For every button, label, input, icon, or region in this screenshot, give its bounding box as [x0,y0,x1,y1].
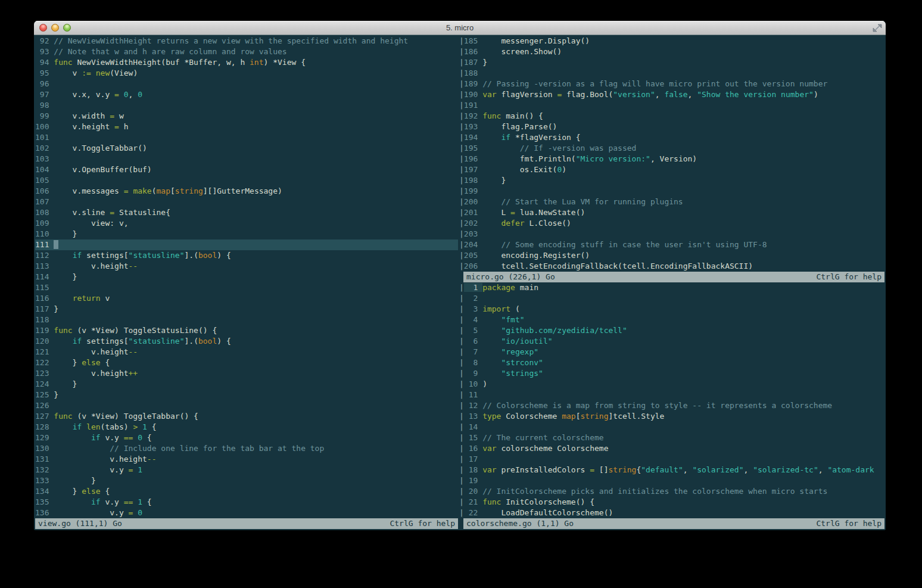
code-line[interactable]: |195 // If -version was passed [459,143,884,154]
code-line[interactable]: 135 if v.y == 1 { [35,497,458,508]
title-bar[interactable]: 5. micro [34,21,886,35]
code-line[interactable]: 93 // Note that w and h are raw column a… [35,46,458,57]
code-line[interactable]: |205 encoding.Register() [459,250,884,261]
code-line[interactable]: | 15 // The current colorscheme [459,433,884,443]
code-line[interactable]: 126 [35,400,458,411]
code-line[interactable]: |198 } [459,175,884,186]
code-line[interactable]: 110 } [35,229,458,239]
code-line[interactable]: 120 if settings["statusline"].(bool) { [35,336,458,347]
code-line[interactable]: 122 } else { [35,357,458,368]
code-line[interactable]: |204 // Some encoding stuff in case the … [459,239,884,250]
code-line[interactable]: 125 } [35,390,458,400]
line-number: 134 [35,487,54,496]
code-line[interactable]: 111 [35,239,458,250]
code-line[interactable]: |196 fmt.Println("Micro version:", Versi… [459,154,884,164]
code-line[interactable]: 132 v.y = 1 [35,465,458,475]
code-line[interactable]: | 14 [459,422,884,433]
code-line[interactable]: |192 func main() { [459,111,884,122]
code-line[interactable]: | 7 "regexp" [459,347,884,357]
code-line[interactable]: 119 func (v *View) ToggleStatusLine() { [35,325,458,336]
code-line[interactable]: 99 v.width = w [35,111,458,122]
code-line[interactable]: 127 func (v *View) ToggleTabbar() { [35,411,458,422]
code-line[interactable]: | 3 import ( [459,304,884,315]
code-line[interactable]: |201 L = lua.NewState() [459,207,884,218]
code-line[interactable]: | 8 "strconv" [459,357,884,368]
editor-pane-view-go[interactable]: 92 // NewViewWidthHeight returns a new v… [35,36,458,518]
code-line[interactable]: 103 [35,154,458,164]
code-line[interactable]: |200 // Start the Lua VM for running plu… [459,197,884,207]
code-line[interactable]: | 19 [459,475,884,486]
code-line[interactable]: 95 v := new(View) [35,68,458,79]
code-line[interactable]: 98 [35,100,458,111]
code-line[interactable]: 117 } [35,304,458,315]
code-line[interactable]: | 6 "io/ioutil" [459,336,884,347]
code-line[interactable]: | 21 func InitColorscheme() { [459,497,884,508]
code-line[interactable]: | 16 var colorscheme Colorscheme [459,443,884,454]
editor-pane-colorscheme-go[interactable]: | 1 package main| 2 | 3 import (| 4 "fmt… [459,282,884,518]
code-line[interactable]: |194 if *flagVersion { [459,132,884,143]
code-line[interactable]: | 22 LoadDefaultColorscheme() [459,508,884,518]
code-line[interactable]: 96 [35,79,458,89]
code-line[interactable]: 128 if len(tabs) > 1 { [35,422,458,433]
code-line[interactable]: 121 v.height-- [35,347,458,357]
code-token [482,315,501,324]
code-line[interactable]: 130 // Include one line for the tab bar … [35,443,458,454]
code-line[interactable]: | 17 [459,454,884,465]
code-line[interactable]: |188 [459,68,884,79]
line-number: 110 [35,229,54,238]
code-line[interactable]: |189 // Passing -version as a flag will … [459,79,884,89]
code-line[interactable]: 115 [35,282,458,293]
code-line[interactable]: 105 [35,175,458,186]
code-line[interactable]: 123 v.height++ [35,368,458,379]
code-line[interactable]: |185 messenger.Display() [459,36,884,46]
code-line[interactable]: 112 if settings["statusline"].(bool) { [35,250,458,261]
code-line[interactable]: 92 // NewViewWidthHeight returns a new v… [35,36,458,46]
code-line[interactable]: 108 v.sline = Statusline{ [35,207,458,218]
code-line[interactable]: |187 } [459,57,884,68]
code-line[interactable]: | 10 ) [459,379,884,390]
code-line[interactable]: |186 screen.Show() [459,46,884,57]
code-line[interactable]: |203 [459,229,884,239]
fullscreen-icon[interactable] [873,23,882,33]
code-line[interactable]: |202 defer L.Close() [459,218,884,229]
code-line[interactable]: | 2 [459,293,884,304]
code-line[interactable]: | 20 // InitColorscheme picks and initia… [459,486,884,497]
code-line[interactable]: | 13 type Colorscheme map[string]tcell.S… [459,411,884,422]
code-line[interactable]: 102 v.ToggleTabbar() [35,143,458,154]
code-line[interactable]: | 5 "github.com/zyedidia/tcell" [459,325,884,336]
code-line[interactable]: 131 v.height-- [35,454,458,465]
code-token: var [482,444,496,453]
code-line[interactable]: 97 v.x, v.y = 0, 0 [35,89,458,100]
code-line[interactable]: 133 } [35,475,458,486]
code-line[interactable]: 107 [35,197,458,207]
code-line[interactable]: |193 flag.Parse() [459,122,884,132]
code-line[interactable]: 136 v.y = 0 [35,508,458,518]
code-line[interactable]: |206 tcell.SetEncodingFallback(tcell.Enc… [459,261,884,272]
code-line[interactable]: | 1 package main [459,282,884,293]
code-line[interactable]: 94 func NewViewWidthHeight(buf *Buffer, … [35,57,458,68]
code-line[interactable]: | 12 // Colorscheme is a map from string… [459,400,884,411]
code-line[interactable]: 100 v.height = h [35,122,458,132]
code-line[interactable]: |191 [459,100,884,111]
editor-pane-micro-go[interactable]: |185 messenger.Display()|186 screen.Show… [459,36,884,272]
code-line[interactable]: 118 [35,315,458,325]
code-line[interactable]: 113 v.height-- [35,261,458,272]
code-line[interactable]: 116 return v [35,293,458,304]
code-line[interactable]: | 11 [459,390,884,400]
code-line[interactable]: |199 [459,186,884,197]
code-line[interactable]: |190 var flagVersion = flag.Bool("versio… [459,89,884,100]
code-line[interactable]: | 4 "fmt" [459,315,884,325]
code-line[interactable]: 104 v.OpenBuffer(buf) [35,164,458,175]
code-line[interactable]: |197 os.Exit(0) [459,164,884,175]
line-number: 135 [35,497,54,506]
code-line[interactable]: 106 v.messages = make(map[string][]Gutte… [35,186,458,197]
code-line[interactable]: 124 } [35,379,458,390]
code-line[interactable]: 114 } [35,272,458,282]
code-line[interactable]: 109 view: v, [35,218,458,229]
code-token: "default" [641,465,683,474]
code-line[interactable]: 134 } else { [35,486,458,497]
code-line[interactable]: | 9 "strings" [459,368,884,379]
code-line[interactable]: 101 [35,132,458,143]
code-line[interactable]: 129 if v.y == 0 { [35,433,458,443]
code-line[interactable]: | 18 var preInstalledColors = []string{"… [459,465,884,475]
